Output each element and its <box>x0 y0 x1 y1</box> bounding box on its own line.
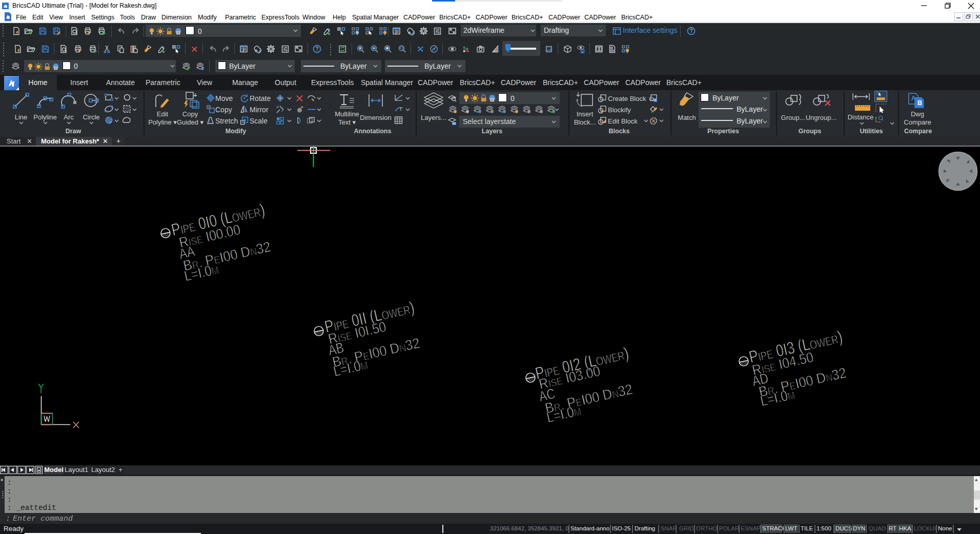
svg-text:T: T <box>399 107 402 112</box>
svg-text:B: B <box>917 99 922 107</box>
